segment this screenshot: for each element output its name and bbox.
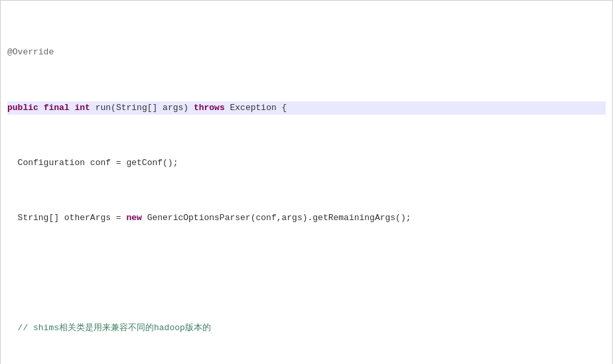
line-blank-1 bbox=[7, 267, 606, 280]
kw-int: int bbox=[74, 103, 90, 113]
code-block: @Override public final int run(String[] … bbox=[1, 1, 612, 364]
line-2: public final int run(String[] args) thro… bbox=[7, 101, 606, 115]
method-run: run(String[] args) bbox=[96, 103, 194, 113]
generic-parser: GenericOptionsParser(conf,args).getRemai… bbox=[142, 213, 411, 223]
annotation-override: @Override bbox=[7, 47, 54, 57]
kw-final: final bbox=[44, 103, 70, 113]
line-1: @Override bbox=[7, 46, 606, 60]
exception-type: Exception { bbox=[225, 103, 287, 113]
kw-public: public bbox=[7, 103, 38, 113]
line-3: Configuration conf = getConf(); bbox=[7, 156, 606, 170]
line-comment-1: // shims相关类是用来兼容不同的hadoop版本的 bbox=[7, 322, 606, 335]
kw-new-1: new bbox=[126, 213, 141, 223]
kw-throws: throws bbox=[194, 103, 225, 113]
conf-declaration: Configuration conf = getConf(); bbox=[18, 158, 178, 168]
line-4: String[] otherArgs = new GenericOptionsP… bbox=[7, 212, 606, 225]
other-args-declaration: String[] otherArgs = bbox=[18, 213, 127, 223]
comment-shims: // shims相关类是用来兼容不同的hadoop版本的 bbox=[18, 323, 211, 333]
code-container: @Override public final int run(String[] … bbox=[0, 0, 613, 364]
